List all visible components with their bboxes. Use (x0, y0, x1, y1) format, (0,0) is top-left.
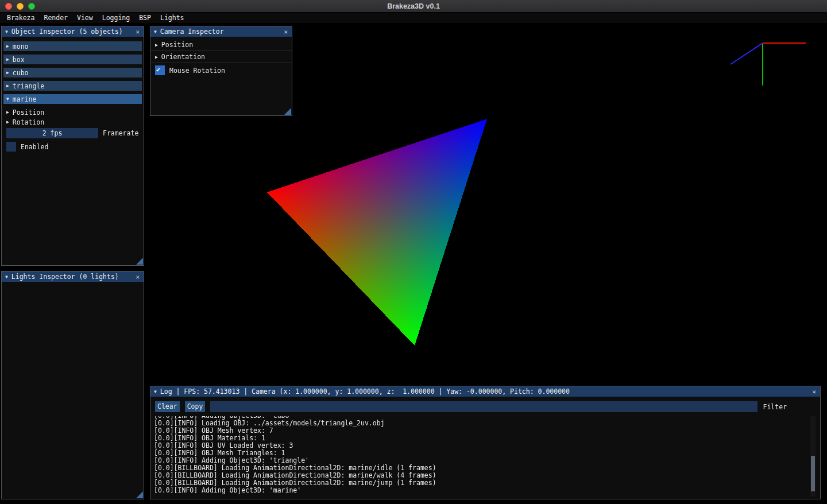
menu-item[interactable]: Render (44, 14, 68, 22)
lights-inspector-title: Lights Inspector (0 lights) (11, 273, 132, 281)
enabled-checkbox[interactable] (6, 142, 16, 152)
tree-node[interactable]: ▶ Position (2, 107, 144, 117)
tree-arrow-icon: ▶ (6, 57, 9, 62)
tree-arrow-icon: ▶ (155, 55, 158, 60)
tree-node[interactable]: ▶ Orientation (150, 51, 292, 63)
object-name: box (13, 56, 25, 64)
tree-arrow-icon: ▶ (6, 119, 9, 125)
menu-item[interactable]: View (77, 14, 93, 22)
resize-grip[interactable] (284, 108, 291, 115)
log-window: ▼ Log | FPS: 57.413013 | Camera (x: 1.00… (150, 386, 821, 499)
mouse-rotation-checkbox[interactable] (155, 65, 165, 75)
camera-tree-nodes: ▶ Position ▶ Orientation (150, 39, 292, 63)
tree-node-label: Position (161, 41, 193, 49)
object-header[interactable]: ▼ marine (3, 94, 142, 104)
object-name: marine (13, 95, 37, 103)
menu-item[interactable]: Lights (160, 14, 184, 22)
mac-titlebar: Brakeza3D v0.1 (0, 0, 827, 13)
enabled-row: Enabled (6, 142, 144, 152)
menu-item[interactable]: BSP (139, 14, 151, 22)
tree-node[interactable]: ▶ Rotation (2, 117, 144, 127)
log-filter-input[interactable] (210, 401, 758, 412)
log-titlebar[interactable]: ▼ Log | FPS: 57.413013 | Camera (x: 1.00… (150, 386, 820, 397)
window-title: Brakeza3D v0.1 (0, 0, 827, 13)
menu-item[interactable]: Brakeza (7, 14, 34, 22)
menu-bar: Brakeza Render View Logging BSP Lights (0, 13, 827, 23)
log-title: Log | FPS: 57.413013 | Camera (x: 1.0000… (160, 387, 809, 396)
collapse-arrow-icon[interactable]: ▼ (5, 29, 8, 34)
object-header[interactable]: ▶ mono (3, 41, 142, 51)
resize-grip[interactable] (136, 491, 143, 498)
tree-arrow-icon: ▶ (6, 44, 9, 49)
lights-inspector-titlebar[interactable]: ▼ Lights Inspector (0 lights) ✕ (2, 272, 144, 282)
object-header[interactable]: ▶ box (3, 55, 142, 64)
log-line: [0.0][INFO] Adding Object3D: 'marine' (154, 487, 807, 494)
marine-tree-nodes: ▶ Position ▶ Rotation (2, 107, 144, 127)
copy-button[interactable]: Copy (185, 401, 206, 412)
framerate-label: Framerate (103, 129, 138, 137)
app-window: Brakeza3D v0.1 Brakeza Render View Loggi… (0, 0, 827, 504)
mouse-rotation-label: Mouse Rotation (169, 67, 225, 75)
log-scrollbar-thumb[interactable] (811, 456, 815, 491)
log-toolbar: Clear Copy Filter (150, 397, 820, 412)
lights-inspector-window: ▼ Lights Inspector (0 lights) ✕ (1, 271, 144, 499)
object-inspector-content: ▶ mono ▶ box ▶ cubo ▶ t (2, 37, 144, 152)
camera-inspector-titlebar[interactable]: ▼ Camera Inspector ✕ (150, 26, 292, 37)
collapse-arrow-icon[interactable]: ▼ (154, 29, 157, 34)
object-list: ▶ mono ▶ box ▶ cubo ▶ t (2, 37, 144, 104)
collapse-arrow-icon[interactable]: ▼ (154, 389, 157, 394)
resize-grip[interactable] (136, 258, 143, 265)
tree-node-label: Rotation (13, 118, 44, 126)
menu-item[interactable]: Logging (102, 14, 130, 22)
filter-label: Filter (763, 403, 787, 411)
framerate-row: 2 fps Framerate (6, 128, 144, 138)
mouse-rotation-row: Mouse Rotation (155, 65, 292, 75)
close-icon[interactable]: ✕ (135, 274, 140, 280)
close-icon[interactable]: ✕ (135, 29, 140, 35)
object-name: mono (13, 42, 29, 51)
object-header[interactable]: ▶ cubo (3, 68, 142, 77)
object-inspector-title: Object Inspector (5 objects) (11, 28, 132, 36)
log-scrollbar[interactable] (810, 416, 816, 497)
close-icon[interactable]: ✕ (811, 389, 817, 395)
tree-arrow-icon: ▶ (6, 110, 9, 115)
object-inspector-window: ▼ Object Inspector (5 objects) ✕ ▶ mono … (1, 26, 144, 266)
camera-inspector-content: ▶ Position ▶ Orientation Mouse Rotation (150, 37, 292, 75)
object-inspector-titlebar[interactable]: ▼ Object Inspector (5 objects) ✕ (2, 26, 144, 37)
log-lines: [0.0][INFO] Adding Object3D: 'cubo' [0.0… (154, 416, 807, 494)
object-name: cubo (13, 69, 29, 77)
tree-node-label: Orientation (161, 53, 205, 61)
tree-arrow-icon: ▼ (6, 96, 9, 102)
tree-node-label: Position (13, 108, 44, 117)
tree-arrow-icon: ▶ (6, 83, 9, 88)
object-name: triangle (13, 82, 44, 90)
object-header[interactable]: ▶ triangle (3, 81, 142, 91)
camera-inspector-window: ▼ Camera Inspector ✕ ▶ Position ▶ Orient… (150, 26, 292, 116)
tree-arrow-icon: ▶ (6, 70, 9, 75)
tree-node[interactable]: ▶ Position (150, 39, 292, 51)
camera-inspector-title: Camera Inspector (160, 28, 280, 36)
log-output[interactable]: [0.0][INFO] Adding Object3D: 'cubo' [0.0… (154, 416, 807, 497)
close-icon[interactable]: ✕ (283, 29, 288, 35)
enabled-label: Enabled (21, 143, 48, 151)
tree-arrow-icon: ▶ (155, 42, 158, 48)
framerate-input[interactable]: 2 fps (6, 128, 98, 138)
clear-button[interactable]: Clear (155, 401, 180, 412)
collapse-arrow-icon[interactable]: ▼ (5, 274, 8, 280)
